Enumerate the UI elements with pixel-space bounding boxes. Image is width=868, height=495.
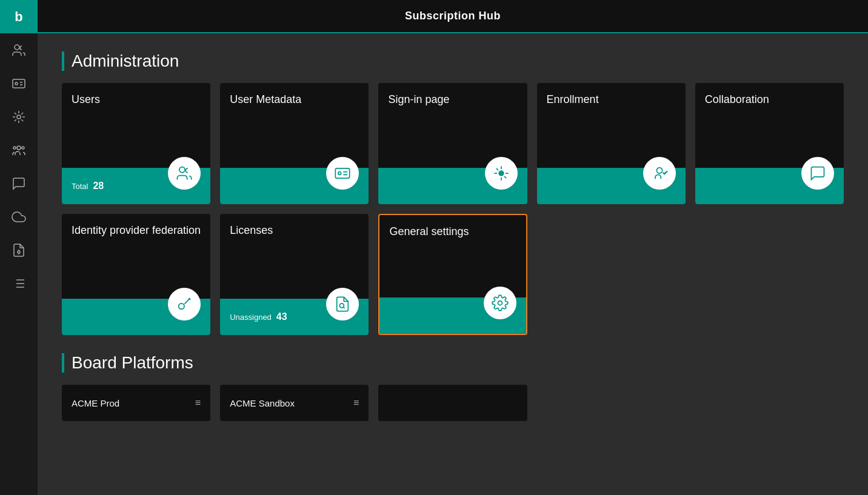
svg-point-20: [656, 168, 662, 173]
svg-point-0: [15, 45, 19, 50]
administration-section: Administration Users Total 28: [62, 51, 844, 335]
board-card-acme-sandbox-label: ACME Sandbox: [230, 398, 295, 408]
svg-point-6: [13, 147, 16, 149]
card-collaboration-footer: [695, 168, 844, 204]
card-identity-icon-circle: [168, 288, 201, 321]
id-card-icon: [334, 165, 351, 182]
card-users-stat: Total 28: [72, 181, 104, 191]
card-licenses-label: Unassigned: [230, 313, 272, 322]
card-users-footer: Total 28: [62, 168, 210, 204]
app-logo[interactable]: b: [0, 0, 38, 33]
board-platforms-title: Board Platforms: [62, 353, 844, 373]
content-area: Administration Users Total 28: [38, 33, 868, 495]
sidebar-item-list[interactable]: [0, 267, 38, 300]
card-identity-provider-title: Identity provider federation: [62, 214, 210, 238]
card-enrollment-title: Enrollment: [537, 83, 686, 107]
svg-point-19: [498, 170, 504, 176]
card-enrollment-footer: [537, 168, 686, 204]
users-icon: [176, 165, 193, 182]
board-card-empty[interactable]: [378, 385, 527, 421]
card-licenses[interactable]: Licenses Unassigned 43: [220, 214, 369, 335]
board-card-acme-prod-menu-icon[interactable]: ≡: [195, 398, 201, 408]
card-licenses-stat: Unassigned 43: [230, 311, 287, 322]
topbar: Subscription Hub: [38, 0, 868, 33]
svg-point-3: [17, 115, 21, 119]
sidebar-item-team[interactable]: [0, 133, 38, 167]
card-general-settings[interactable]: General settings: [378, 214, 527, 335]
settings-icon: [492, 294, 509, 311]
admin-cards-row2: Identity provider federation Licenses: [62, 214, 844, 335]
sign-in-icon: [493, 165, 510, 182]
card-sign-in-page[interactable]: Sign-in page: [378, 83, 527, 204]
card-user-metadata-footer: [220, 168, 369, 204]
card-identity-provider-footer: [62, 299, 210, 335]
card-users[interactable]: Users Total 28: [62, 83, 210, 204]
svg-point-4: [17, 146, 21, 150]
svg-point-2: [15, 82, 18, 85]
card-sign-in-page-footer: [378, 168, 527, 204]
sidebar-item-id-card[interactable]: [0, 67, 38, 100]
card-sign-in-icon-circle: [485, 157, 518, 190]
svg-rect-1: [13, 79, 25, 88]
svg-point-23: [498, 301, 502, 305]
card-user-metadata-title: User Metadata: [220, 83, 369, 107]
svg-point-5: [22, 147, 24, 149]
topbar-title: Subscription Hub: [405, 10, 501, 22]
card-enrollment[interactable]: Enrollment: [537, 83, 686, 204]
card-collaboration[interactable]: Collaboration: [695, 83, 844, 204]
sidebar: b: [0, 0, 38, 495]
card-general-settings-footer: [379, 297, 526, 334]
sidebar-item-users[interactable]: [0, 33, 38, 67]
card-collaboration-icon-circle: [801, 157, 834, 190]
board-card-acme-sandbox[interactable]: ACME Sandbox ≡: [220, 385, 369, 421]
card-users-label: Total: [72, 182, 88, 191]
enrollment-icon: [651, 165, 668, 182]
admin-cards-row1: Users Total 28: [62, 83, 844, 204]
card-general-settings-title: General settings: [379, 215, 526, 239]
card-general-settings-icon-circle: [484, 287, 516, 319]
card-user-metadata[interactable]: User Metadata: [220, 83, 369, 204]
card-sign-in-page-title: Sign-in page: [378, 83, 527, 107]
license-icon: [334, 296, 351, 313]
board-card-acme-prod[interactable]: ACME Prod ≡: [62, 385, 210, 421]
svg-point-21: [179, 304, 184, 309]
card-collaboration-title: Collaboration: [695, 83, 844, 107]
card-licenses-title: Licenses: [220, 214, 369, 238]
administration-title: Administration: [62, 51, 844, 71]
chat-icon: [809, 165, 826, 182]
key-icon: [176, 296, 193, 313]
board-card-acme-prod-label: ACME Prod: [72, 398, 119, 408]
card-licenses-value: 43: [276, 311, 287, 322]
card-users-value: 28: [93, 181, 104, 191]
card-identity-provider[interactable]: Identity provider federation: [62, 214, 210, 335]
card-enrollment-icon-circle: [643, 157, 676, 190]
svg-point-7: [18, 251, 20, 253]
board-card-acme-sandbox-menu-icon[interactable]: ≡: [353, 398, 359, 408]
sidebar-item-cloud[interactable]: [0, 200, 38, 233]
card-licenses-footer: Unassigned 43: [220, 299, 369, 335]
card-user-metadata-icon-circle: [326, 157, 359, 190]
sidebar-item-tier[interactable]: [0, 100, 38, 133]
card-licenses-icon-circle: [326, 288, 359, 321]
svg-point-22: [340, 304, 344, 308]
card-users-icon-circle: [168, 157, 201, 190]
sidebar-item-chat[interactable]: [0, 167, 38, 200]
board-platforms-grid: ACME Prod ≡ ACME Sandbox ≡: [62, 385, 844, 421]
card-users-title: Users: [62, 83, 210, 107]
svg-point-14: [179, 167, 185, 173]
main-wrapper: Subscription Hub Administration Users To…: [38, 0, 868, 495]
sidebar-item-doc-settings[interactable]: [0, 233, 38, 267]
board-platforms-section: Board Platforms ACME Prod ≡ ACME Sandbox…: [62, 353, 844, 421]
svg-rect-15: [336, 168, 350, 178]
svg-point-16: [338, 172, 341, 175]
